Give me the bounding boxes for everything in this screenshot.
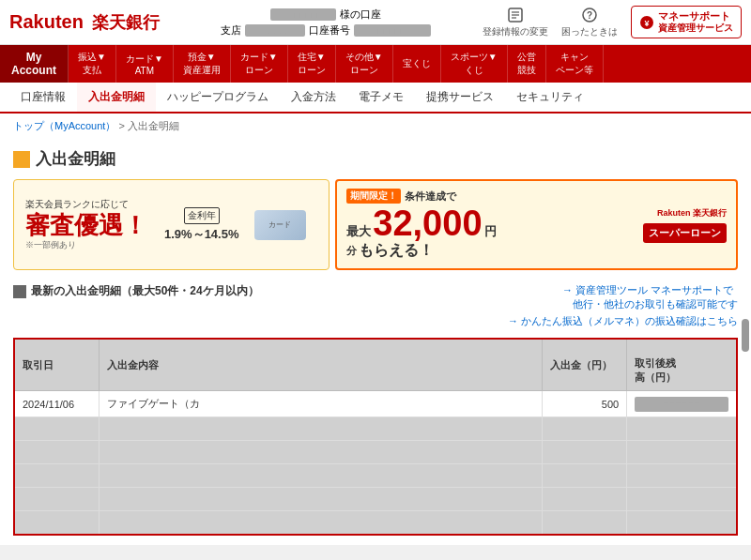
section-icon <box>13 285 26 298</box>
banner-rate-label: 金利年 <box>184 207 220 224</box>
title-icon <box>13 151 30 168</box>
account-number-masked: ■■■■■■■ <box>354 24 431 37</box>
section-header-row: 最新の入出金明細（最大50件・24ケ月以内） → 資産管理ツール マネーサポート… <box>13 283 738 328</box>
account-info: ■■■■■ 様の口座 支店 ■■■■ 口座番号 ■■■■■■■ <box>221 8 431 38</box>
table-header-row: 取引日 入出金内容 入出金（円） 取引後残高（円） <box>14 339 737 391</box>
svg-text:?: ? <box>587 10 592 21</box>
sub-nav: 口座情報 入出金明細 ハッピープログラム 入金方法 電子メモ 提携サービス セキ… <box>0 83 751 114</box>
breadcrumb-top-link[interactable]: トップ（MyAccount） <box>13 120 115 131</box>
subnav-security[interactable]: セキュリティ <box>505 83 595 114</box>
breadcrumb-current: 入出金明細 <box>128 120 179 131</box>
td-date: 2024/11/06 <box>14 391 99 417</box>
td-amount: 500 <box>543 391 627 417</box>
nav-card-atm[interactable]: カード▼ATM <box>116 45 174 83</box>
banner-rate: 1.9%～14.5% <box>164 226 239 243</box>
table-row: 2024/11/06 ファイブゲート（カ 500 ■■■■■■ <box>14 391 737 417</box>
money-support-button[interactable]: ¥ マネーサポート 資産管理サービス <box>631 6 742 38</box>
banner-left-text1: 楽天会員ランクに応じて <box>25 198 147 211</box>
banner-suffix: もらえる！ <box>359 241 434 261</box>
banner-left-note: ※一部例あり <box>25 239 147 251</box>
transaction-table-wrapper: 取引日 入出金内容 入出金（円） 取引後残高（円） 2024/11/06 <box>13 338 738 536</box>
banner-product: スーパーローン <box>643 223 727 243</box>
transaction-table: 取引日 入出金内容 入出金（円） 取引後残高（円） 2024/11/06 <box>13 338 738 536</box>
banner-amount: 32,000 <box>373 205 482 241</box>
th-description: 入出金内容 <box>99 339 543 391</box>
balance-masked: ■■■■■■ <box>635 397 728 412</box>
subnav-happy-program[interactable]: ハッピープログラム <box>156 83 280 114</box>
section-links-area: → 資産管理ツール マネーサポートで 他行・他社のお取引も確認可能です → かん… <box>508 283 738 328</box>
money-support-label2: 資産管理サービス <box>658 23 733 34</box>
table-row-empty-2 <box>14 441 737 464</box>
help-link[interactable]: ? 困ったときは <box>561 7 618 38</box>
nav-transfer[interactable]: 振込▼支払 <box>69 45 116 83</box>
breadcrumb: トップ（MyAccount） > 入出金明細 <box>0 114 751 139</box>
subnav-e-memo[interactable]: 電子メモ <box>347 83 415 114</box>
banner-unit: 分 <box>346 244 357 258</box>
branch-label: 支店 <box>221 23 241 38</box>
help-label: 困ったときは <box>561 25 618 38</box>
svg-text:¥: ¥ <box>644 18 649 27</box>
limited-badge: 期間限定！ <box>346 189 401 204</box>
update-info-label: 登録情報の変更 <box>483 25 548 38</box>
nav-savings[interactable]: 預金▼資産運用 <box>174 45 231 83</box>
breadcrumb-separator: > <box>118 120 127 131</box>
th-date: 取引日 <box>14 339 99 391</box>
banner-card-image: カード <box>254 210 306 240</box>
nav-my-account[interactable]: My Account <box>0 45 69 83</box>
site-header: Rakuten 楽天銀行 ■■■■■ 様の口座 支店 ■■■■ 口座番号 ■■■… <box>0 0 751 45</box>
money-support-label1: マネーサポート <box>658 10 733 23</box>
banner-left[interactable]: 楽天会員ランクに応じて 審査優遇！ ※一部例あり 金利年 1.9%～14.5% … <box>13 179 330 270</box>
account-label: 様の口座 <box>340 8 381 22</box>
asset-management-link[interactable]: → 資産管理ツール マネーサポートで 他行・他社のお取引も確認可能です <box>562 283 738 311</box>
banner-condition: 条件達成で <box>405 189 456 204</box>
account-number-label: 口座番号 <box>309 23 350 38</box>
logo-area: Rakuten 楽天銀行 <box>9 11 160 34</box>
easy-transfer-link[interactable]: → かんたん振込（メルマネ）の振込確認はこちら <box>508 314 738 328</box>
nav-sports[interactable]: スポーツ▼くじ <box>441 45 508 83</box>
table-row-empty-5 <box>14 511 737 536</box>
nav-other-loan[interactable]: その他▼ローン <box>336 45 393 83</box>
nav-lottery[interactable]: 宝くじ <box>393 45 441 83</box>
nav-home-loan[interactable]: 住宅▼ローン <box>288 45 336 83</box>
banner-yen: 円 <box>484 223 497 240</box>
section-title: 最新の入出金明細（最大50件・24ケ月以内） <box>31 283 259 299</box>
main-nav: My Account 振込▼支払 カード▼ATM 預金▼資産運用 カード▼ローン… <box>0 45 751 83</box>
nav-campaign[interactable]: キャンペーン等 <box>546 45 604 83</box>
header-right: 登録情報の変更 ? 困ったときは ¥ マネーサポート 資産管理サービス <box>483 6 742 38</box>
banner-rakuten-label: Rakuten 楽天銀行 <box>657 207 727 219</box>
account-name-masked: ■■■■■ <box>270 8 336 21</box>
branch-masked: ■■■■ <box>245 24 305 37</box>
td-description: ファイブゲート（カ <box>99 391 543 417</box>
th-amount: 入出金（円） <box>543 339 627 391</box>
page-title-row: 入出金明細 <box>13 148 738 170</box>
subnav-partner-service[interactable]: 提携サービス <box>415 83 505 114</box>
subnav-account-info[interactable]: 口座情報 <box>9 83 77 114</box>
table-row-empty-3 <box>14 464 737 488</box>
nav-card-loan[interactable]: カード▼ローン <box>231 45 288 83</box>
subnav-deposit-method[interactable]: 入金方法 <box>280 83 347 114</box>
banner-prefix: 最大 <box>346 223 371 240</box>
th-balance: 取引後残高（円） <box>627 339 737 391</box>
nav-public-race[interactable]: 公営競技 <box>508 45 546 83</box>
banner-left-big: 審査優遇！ <box>25 213 147 237</box>
subnav-transaction[interactable]: 入出金明細 <box>77 83 156 114</box>
rakuten-bank-logo: Rakuten 楽天銀行 <box>9 11 160 34</box>
update-info-link[interactable]: 登録情報の変更 <box>483 7 548 38</box>
scrollbar-thumb[interactable] <box>742 319 749 352</box>
section-title-area: 最新の入出金明細（最大50件・24ケ月以内） <box>13 283 259 299</box>
banner-right[interactable]: 期間限定！ 条件達成で 最大 32,000 円 分 もらえる！ Rakuten … <box>335 179 738 270</box>
main-content: 入出金明細 楽天会員ランクに応じて 審査優遇！ ※一部例あり 金利年 1.9%～… <box>0 139 751 545</box>
table-row-empty-1 <box>14 417 737 441</box>
table-row-empty-4 <box>14 488 737 511</box>
banner-area: 楽天会員ランクに応じて 審査優遇！ ※一部例あり 金利年 1.9%～14.5% … <box>13 179 738 270</box>
page-title: 入出金明細 <box>36 148 115 170</box>
td-balance: ■■■■■■ <box>627 391 737 417</box>
